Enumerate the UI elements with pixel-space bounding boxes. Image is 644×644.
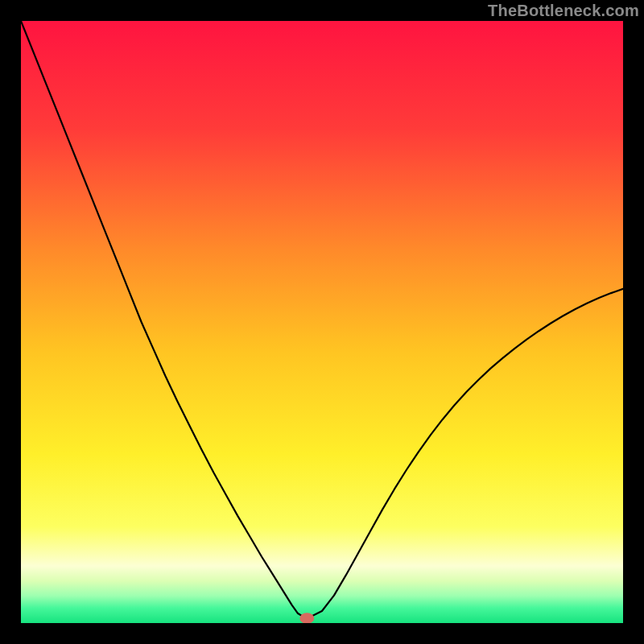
- gradient-background: [21, 21, 623, 623]
- bottleneck-chart: [21, 21, 623, 623]
- watermark-text: TheBottleneck.com: [488, 2, 639, 20]
- chart-frame: [21, 21, 623, 623]
